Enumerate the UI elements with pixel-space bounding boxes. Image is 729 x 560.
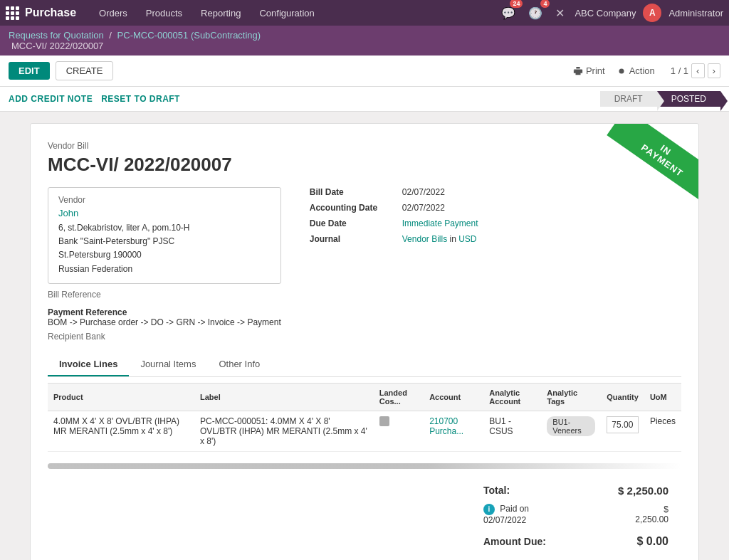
journal-label: Journal bbox=[310, 234, 402, 244]
next-page-button[interactable]: › bbox=[708, 63, 720, 78]
toolbar-right: Print Action 1 / 1 ‹ › bbox=[573, 63, 720, 78]
tab-invoice-lines[interactable]: Invoice Lines bbox=[48, 353, 129, 376]
document-tabs: Invoice Lines Journal Items Other Info bbox=[48, 353, 681, 377]
action-button[interactable]: Action bbox=[617, 65, 655, 76]
menu-orders[interactable]: Orders bbox=[90, 2, 136, 24]
main-content: IN PAYMENT Vendor Bill MCC-VI/ 2022/0200… bbox=[0, 112, 729, 560]
status-steps: DRAFT POSTED bbox=[600, 91, 720, 107]
scroll-bar[interactable] bbox=[48, 463, 681, 469]
col-quantity: Quantity bbox=[601, 383, 644, 411]
invoice-lines-table: Product Label Landed Cos... Account Anal… bbox=[48, 383, 681, 452]
row-analytic-tags: BU1-Veneers bbox=[541, 411, 601, 451]
action-icon bbox=[617, 66, 626, 76]
topnav: Purchase Orders Products Reporting Confi… bbox=[0, 0, 729, 26]
menu-products[interactable]: Products bbox=[137, 2, 191, 24]
col-uom: UoM bbox=[644, 383, 681, 411]
page-navigation: 1 / 1 ‹ › bbox=[671, 63, 720, 78]
totals-table: Total: $ 2,250.00 i Paid on 02/07/2022 $… bbox=[476, 480, 676, 552]
breadcrumb-parent[interactable]: Requests for Quotation bbox=[9, 30, 104, 41]
document-card: IN PAYMENT Vendor Bill MCC-VI/ 2022/0200… bbox=[30, 123, 699, 560]
document-title: MCC-VI/ 2022/020007 bbox=[48, 154, 681, 176]
row-account[interactable]: 210700 Purcha... bbox=[424, 411, 483, 451]
toolbar: EDIT CREATE Print Action 1 / 1 ‹ › bbox=[0, 56, 729, 87]
user-avatar[interactable]: A bbox=[643, 4, 661, 22]
reset-to-draft-button[interactable]: RESET TO DRAFT bbox=[101, 94, 180, 104]
print-icon bbox=[573, 66, 583, 76]
row-landed-cost bbox=[374, 411, 424, 451]
brand-logo: Purchase bbox=[25, 6, 76, 19]
tab-other-info[interactable]: Other Info bbox=[207, 353, 271, 376]
amount-due-value: $ 0.00 bbox=[585, 529, 674, 551]
journal-row: Journal Vendor Bills in USD bbox=[310, 234, 681, 244]
vendor-label: Vendor bbox=[58, 195, 271, 205]
col-account: Account bbox=[424, 383, 483, 411]
bill-date-row: Bill Date 02/07/2022 bbox=[310, 187, 681, 197]
notifications-button[interactable]: 💬 24 bbox=[498, 4, 518, 23]
payment-reference-label: Payment Reference bbox=[48, 307, 127, 317]
notifications-badge: 24 bbox=[510, 0, 523, 8]
svg-point-0 bbox=[619, 68, 624, 73]
col-analytic-account: Analytic Account bbox=[483, 383, 541, 411]
status-draft[interactable]: DRAFT bbox=[600, 91, 657, 107]
amount-due-row: Amount Due: $ 0.00 bbox=[478, 529, 674, 551]
bill-reference-label: Bill Reference bbox=[48, 290, 281, 300]
breadcrumb-middle[interactable]: PC-MCC-000051 (SubContracting) bbox=[117, 30, 261, 41]
messages-button[interactable]: 🕐 4 bbox=[525, 4, 545, 23]
quantity-value[interactable]: 75.00 bbox=[607, 416, 639, 433]
bill-reference-section: Bill Reference bbox=[48, 290, 281, 300]
bill-date-value: 02/07/2022 bbox=[402, 187, 445, 197]
print-button[interactable]: Print bbox=[573, 65, 605, 76]
paid-amount: $ 2,250.00 bbox=[585, 501, 674, 528]
table-row: 4.0MM X 4' X 8' OVL/BTR (IHPA) MR MERANT… bbox=[48, 411, 681, 451]
company-name: ABC Company bbox=[575, 8, 636, 19]
journal-in-text: in bbox=[450, 234, 456, 244]
col-analytic-tags: Analytic Tags bbox=[541, 383, 601, 411]
apps-menu-button[interactable] bbox=[6, 6, 19, 20]
accounting-date-row: Accounting Date 02/07/2022 bbox=[310, 203, 681, 213]
add-credit-note-button[interactable]: ADD CREDIT NOTE bbox=[9, 94, 93, 104]
breadcrumb: Requests for Quotation / PC-MCC-000051 (… bbox=[0, 26, 729, 56]
menu-configuration[interactable]: Configuration bbox=[251, 2, 322, 24]
total-row: Total: $ 2,250.00 bbox=[478, 482, 674, 500]
messages-badge: 4 bbox=[540, 0, 550, 8]
journal-currency[interactable]: USD bbox=[458, 234, 476, 244]
vendor-section: Vendor John 6, st.Dekabristov, liter A, … bbox=[48, 187, 281, 342]
document-type: Vendor Bill bbox=[48, 141, 681, 151]
breadcrumb-current: MCC-VI/ 2022/020007 bbox=[11, 41, 103, 51]
prev-page-button[interactable]: ‹ bbox=[691, 63, 704, 78]
analytic-tag-badge: BU1-Veneers bbox=[547, 416, 595, 436]
tab-journal-items[interactable]: Journal Items bbox=[129, 353, 207, 376]
edit-button[interactable]: EDIT bbox=[9, 62, 50, 80]
due-date-row: Due Date Immediate Payment bbox=[310, 218, 681, 228]
bill-details: Bill Date 02/07/2022 Accounting Date 02/… bbox=[310, 187, 681, 342]
payment-reference-value: BOM -> Purchase order -> DO -> GRN -> In… bbox=[48, 317, 281, 327]
vendor-name[interactable]: John bbox=[58, 208, 271, 218]
row-uom: Pieces bbox=[644, 411, 681, 451]
journal-value[interactable]: Vendor Bills bbox=[402, 234, 447, 244]
create-button[interactable]: CREATE bbox=[56, 61, 114, 80]
recipient-bank-label: Recipient Bank bbox=[48, 332, 281, 342]
row-analytic-account: BU1 - CSUS bbox=[483, 411, 541, 451]
total-label: Total: bbox=[478, 482, 584, 500]
col-label: Label bbox=[194, 383, 374, 411]
status-posted[interactable]: POSTED bbox=[657, 91, 720, 107]
bill-date-label: Bill Date bbox=[310, 187, 402, 197]
total-value: $ 2,250.00 bbox=[585, 482, 674, 500]
row-quantity[interactable]: 75.00 bbox=[601, 411, 644, 451]
col-landed-cost: Landed Cos... bbox=[374, 383, 424, 411]
col-product: Product bbox=[48, 383, 194, 411]
page-info: 1 / 1 bbox=[671, 65, 688, 76]
user-name: Administrator bbox=[668, 8, 723, 19]
topnav-right: 💬 24 🕐 4 ✕ ABC Company A Administrator bbox=[498, 4, 723, 23]
vendor-address: 6, st.Dekabristov, liter A, pom.10-H Ban… bbox=[58, 221, 271, 276]
row-product[interactable]: 4.0MM X 4' X 8' OVL/BTR (IHPA) MR MERANT… bbox=[48, 411, 194, 451]
info-icon[interactable]: i bbox=[483, 504, 495, 515]
payment-reference-section: Payment Reference BOM -> Purchase order … bbox=[48, 307, 281, 327]
due-date-value[interactable]: Immediate Payment bbox=[402, 218, 478, 228]
menu-reporting[interactable]: Reporting bbox=[192, 2, 249, 24]
status-bar: ADD CREDIT NOTE RESET TO DRAFT DRAFT POS… bbox=[0, 87, 729, 112]
close-button[interactable]: ✕ bbox=[552, 4, 567, 23]
row-label: PC-MCC-000051: 4.0MM X 4' X 8' OVL/BTR (… bbox=[194, 411, 374, 451]
vendor-box: Vendor John 6, st.Dekabristov, liter A, … bbox=[48, 187, 281, 284]
totals-section: Total: $ 2,250.00 i Paid on 02/07/2022 $… bbox=[48, 480, 681, 552]
